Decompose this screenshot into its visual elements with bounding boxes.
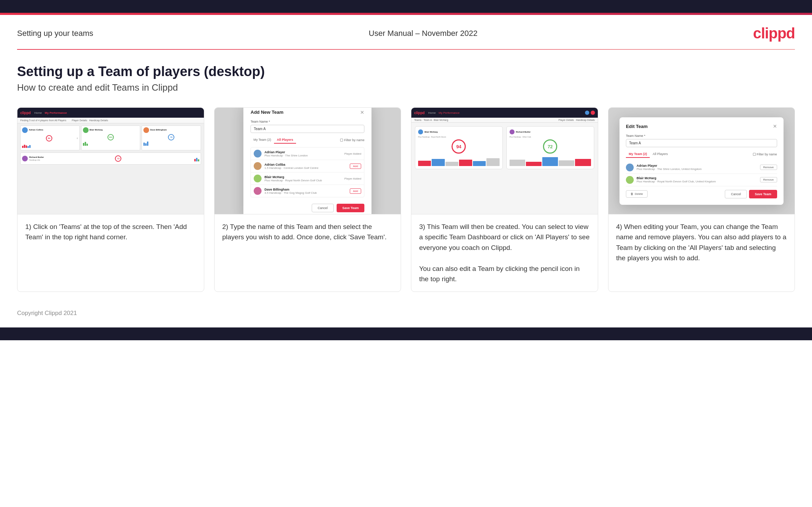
player-item-4: Dave Billingham 3.5 Handicap · The Gog M… <box>251 185 364 197</box>
player-list-club-3: Plus Handicap · Royal North Devon Golf C… <box>264 179 341 182</box>
big-score-1: 94 <box>452 139 466 154</box>
mock-screen-1: clippd Home My Performance Finding 5 out… <box>17 108 204 214</box>
mock-screen-3: clippd Home My Performance Teams · Team … <box>411 108 598 214</box>
team-name-input[interactable] <box>251 125 364 133</box>
player-card-3: Dave Billingham 78 <box>142 126 201 150</box>
remove-player-btn-1[interactable]: Remove <box>760 165 777 170</box>
screen3-label1: Teams · Team A · Blair McHarg <box>414 119 448 121</box>
mock-content-1: Adrian Collins 84 0 <box>17 123 204 167</box>
edit-player-row-1: Adrian Player Plus Handicap · The Shire … <box>626 161 777 174</box>
edit-footer-right: Cancel Save Team <box>725 190 777 198</box>
cb23 <box>542 157 558 166</box>
edit-filter-name[interactable]: Filter by name <box>753 153 777 156</box>
tab-all-players[interactable]: All Players <box>274 137 296 144</box>
card-3: clippd Home My Performance Teams · Team … <box>411 107 598 292</box>
bar-b1 <box>143 143 145 146</box>
modal-overlay-4: Edit Team ✕ Team Name * My Team (2) All … <box>608 108 795 214</box>
avatar-2 <box>83 127 89 133</box>
add-team-modal: Add New Team ✕ Team Name * My Team (2) A… <box>243 108 371 214</box>
edit-modal-tabs: My Team (2) All Players Filter by name <box>626 151 777 158</box>
mock-nav-1: clippd Home My Performance <box>17 108 204 118</box>
player-card-header-2: Blair McHarg <box>83 127 139 133</box>
player-status-3: Player Added <box>344 177 362 180</box>
cancel-button[interactable]: Cancel <box>312 204 334 212</box>
edit-cancel-button[interactable]: Cancel <box>725 190 747 198</box>
filter-checkbox[interactable] <box>340 139 343 142</box>
bottom-player-info: Richard Butler Handicap info <box>29 156 44 161</box>
filter-by-name[interactable]: Filter by name <box>340 138 364 142</box>
handicap-1: 84 <box>46 135 52 142</box>
edit-team-name-input[interactable] <box>626 139 777 147</box>
player-list: Adrian Player Plus Handicap · The Shire … <box>251 147 364 197</box>
score-display-3: Blair McHarg Plus Handicap · Royal North… <box>411 123 598 173</box>
handicap-2: 194 <box>107 134 114 140</box>
player-avatar-4 <box>254 187 262 195</box>
edit-save-team-button[interactable]: Save Team <box>749 190 777 198</box>
delete-team-button[interactable]: 🗑 Delete <box>626 190 648 198</box>
bar-2 <box>24 145 25 148</box>
avatar-3 <box>143 127 149 133</box>
cb4 <box>459 160 472 166</box>
header-section-title: Setting up your teams <box>17 29 93 38</box>
player-mini-name-3: Dave Billingham <box>150 129 167 131</box>
bottom-player-card: Richard Butler Handicap info 72 <box>20 153 201 165</box>
edit-player-detail-2: Plus Handicap · Royal North Devon Golf C… <box>637 180 757 183</box>
mock-logo-1: clippd <box>20 111 31 115</box>
bar-b2 <box>145 143 147 146</box>
player-item-1: Adrian Player Plus Handicap · The Shire … <box>251 148 364 160</box>
bottom-player-name: Richard Butler <box>29 156 44 159</box>
edit-player-list: Adrian Player Plus Handicap · The Shire … <box>626 161 777 186</box>
add-player-btn-2[interactable]: Add <box>350 164 361 169</box>
player-avatar-1 <box>254 150 262 158</box>
mock-subheader-1: Finding 5 out of 4 players from All Play… <box>17 118 204 123</box>
modal-footer: Cancel Save Team <box>251 202 364 212</box>
handicap-bottom: 72 <box>115 155 121 162</box>
screen3-subheader: Teams · Team A · Blair McHarg Player Det… <box>411 118 598 123</box>
screenshot-2: Add New Team ✕ Team Name * My Team (2) A… <box>215 108 401 214</box>
delete-label: Delete <box>635 192 643 196</box>
avatar-bottom <box>22 156 28 161</box>
cb22 <box>526 162 542 166</box>
save-team-button[interactable]: Save Team <box>337 204 364 212</box>
edit-tab-my-team[interactable]: My Team (2) <box>626 151 650 158</box>
nav-teams: My Performance <box>45 111 67 114</box>
mini-chart-bottom <box>194 157 199 161</box>
copyright-text: Copyright Clippd 2021 <box>17 310 77 316</box>
bar-5 <box>29 145 31 148</box>
handicap-3: 78 <box>168 134 174 140</box>
player-list-club-4: 3.5 Handicap · The Gog Magog Golf Club <box>264 191 347 194</box>
chart-3-2 <box>510 155 591 166</box>
player-info-3: Blair McHarg Plus Handicap · Royal North… <box>264 175 341 182</box>
bbar-1 <box>194 159 196 161</box>
player-item-2: Adrian Coliba 1.5 Handicap · Central Lon… <box>251 160 364 172</box>
modal-tabs: My Team (2) All Players Filter by name <box>251 137 364 144</box>
card-2: Add New Team ✕ Team Name * My Team (2) A… <box>214 107 401 292</box>
card-4: Edit Team ✕ Team Name * My Team (2) All … <box>608 107 795 292</box>
player-info-1: Adrian Player Plus Handicap · The Shire … <box>264 150 341 157</box>
remove-player-btn-2[interactable]: Remove <box>760 177 777 182</box>
edit-player-detail-1: Plus Handicap · The Shire London, United… <box>637 167 757 171</box>
cb21 <box>510 160 525 166</box>
score-detail-2: Plus Handicap · Other Club <box>510 136 591 138</box>
nav3-teams: My Performance <box>439 111 460 114</box>
mini-chart-3 <box>143 142 199 146</box>
edit-modal-title: Edit Team <box>626 124 648 129</box>
player-status-1: Player Added <box>344 152 362 155</box>
edit-modal-close-icon[interactable]: ✕ <box>773 124 777 129</box>
bar-b3 <box>147 142 148 146</box>
edit-team-name-label: Team Name * <box>626 134 777 138</box>
cb3 <box>445 162 458 166</box>
edit-filter-checkbox[interactable] <box>753 153 756 156</box>
nav3-icon1 <box>585 111 589 115</box>
player-list-name-4: Dave Billingham <box>264 188 347 191</box>
edit-modal-footer: 🗑 Delete Cancel Save Team <box>626 186 777 198</box>
bbar-2 <box>196 158 197 161</box>
modal-overlay-2: Add New Team ✕ Team Name * My Team (2) A… <box>215 108 401 214</box>
player-avatar-3 <box>254 175 262 182</box>
add-player-btn-4[interactable]: Add <box>350 188 361 194</box>
modal-close-icon[interactable]: ✕ <box>360 110 364 115</box>
player-card-2: Blair McHarg 194 <box>81 126 141 150</box>
edit-tab-all-players[interactable]: All Players <box>650 151 671 158</box>
top-navigation-bar <box>0 0 812 13</box>
tab-my-team[interactable]: My Team (2) <box>251 137 274 144</box>
